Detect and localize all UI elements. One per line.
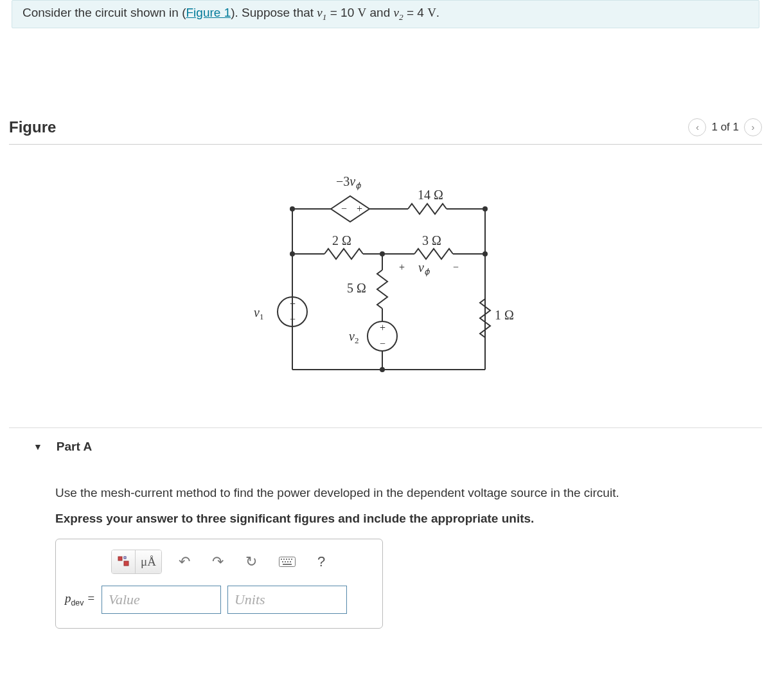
value-input[interactable]: Value — [102, 586, 221, 614]
svg-text:v1: v1 — [254, 305, 263, 321]
svg-rect-42 — [124, 561, 128, 566]
v2-sub: 2 — [399, 12, 403, 22]
prompt-text-post1: ). Suppose that — [231, 6, 317, 19]
value-placeholder: Value — [109, 591, 140, 608]
redo-button[interactable]: ↷ — [207, 550, 229, 573]
part-a-instruction-2: Express your answer to three significant… — [55, 512, 762, 526]
svg-text:−: − — [290, 314, 296, 325]
svg-text:+: + — [290, 298, 296, 309]
svg-rect-51 — [287, 561, 288, 562]
svg-rect-40 — [118, 557, 122, 561]
svg-text:vϕ: vϕ — [418, 260, 430, 276]
svg-text:+: + — [380, 322, 386, 333]
svg-rect-41 — [124, 557, 126, 559]
help-label: ? — [317, 553, 325, 570]
units-button-label: μÅ — [141, 555, 156, 569]
svg-rect-53 — [283, 564, 292, 565]
eq1: = 10 — [326, 6, 357, 19]
part-a-section: ▼ Part A Use the mesh-current method to … — [9, 427, 762, 629]
answer-var-label: pdev = — [65, 591, 95, 607]
svg-point-36 — [290, 251, 295, 256]
templates-icon — [117, 555, 130, 568]
reset-button[interactable]: ↻ — [240, 550, 262, 573]
v2-symbol: v — [394, 6, 399, 19]
figure-section: Figure ‹ 1 of 1 › .wire { stroke:#333; s… — [9, 118, 762, 389]
answer-var-sub: dev — [71, 598, 84, 607]
svg-rect-47 — [288, 559, 290, 560]
circuit-svg: .wire { stroke:#333; stroke-width:2; fil… — [235, 170, 536, 389]
svg-rect-44 — [281, 559, 282, 560]
svg-rect-50 — [285, 561, 286, 562]
undo-button[interactable]: ↶ — [173, 550, 195, 573]
svg-text:1 Ω: 1 Ω — [495, 308, 514, 322]
svg-marker-1 — [331, 196, 369, 222]
and-word: and — [366, 6, 393, 19]
templates-button[interactable] — [112, 550, 136, 573]
part-a-title: Part A — [57, 440, 92, 454]
prompt-text-pre: Consider the circuit shown in ( — [22, 6, 186, 19]
figure-pager: ‹ 1 of 1 › — [688, 118, 762, 136]
figure-header: Figure ‹ 1 of 1 › — [9, 118, 762, 145]
pager-count: 1 of 1 — [711, 121, 739, 134]
svg-text:2 Ω: 2 Ω — [332, 233, 351, 247]
r14-label: 14 Ω — [418, 188, 443, 202]
circuit-figure: .wire { stroke:#333; stroke-width:2; fil… — [9, 170, 762, 389]
svg-rect-48 — [291, 559, 292, 560]
keyboard-icon — [279, 557, 296, 567]
svg-point-39 — [380, 367, 385, 372]
svg-rect-49 — [282, 561, 283, 562]
part-a-header[interactable]: ▼ Part A — [33, 440, 762, 454]
keyboard-button[interactable] — [274, 550, 301, 573]
svg-rect-46 — [286, 559, 287, 560]
svg-rect-45 — [283, 559, 285, 560]
answer-toolbar: μÅ ↶ ↷ ↻ ? — [111, 550, 373, 574]
svg-text:5 Ω: 5 Ω — [347, 281, 366, 295]
svg-text:−: − — [380, 338, 386, 349]
units-placeholder: Units — [235, 591, 265, 608]
svg-point-37 — [380, 251, 385, 256]
answer-var-main: p — [65, 591, 71, 605]
pager-next-button[interactable]: › — [744, 118, 762, 136]
units-button[interactable]: μÅ — [136, 550, 161, 573]
svg-point-38 — [483, 251, 488, 256]
svg-text:−: − — [341, 203, 347, 214]
svg-point-34 — [290, 206, 295, 211]
answer-row: pdev = Value Units — [65, 586, 373, 614]
svg-text:3 Ω: 3 Ω — [422, 233, 441, 247]
figure-link[interactable]: Figure 1 — [186, 6, 231, 19]
help-button[interactable]: ? — [312, 550, 330, 573]
v1-symbol: v — [317, 6, 322, 19]
unit-v1: V — [358, 6, 367, 19]
problem-statement: Consider the circuit shown in (Figure 1)… — [12, 0, 759, 28]
answer-var-eq: = — [84, 591, 95, 605]
pager-prev-button[interactable]: ‹ — [688, 118, 706, 136]
svg-text:v2: v2 — [349, 329, 359, 345]
end-dot: . — [436, 6, 439, 19]
svg-text:−: − — [453, 262, 459, 273]
part-a-instruction: Use the mesh-current method to find the … — [55, 486, 762, 500]
svg-rect-52 — [290, 561, 291, 562]
svg-point-35 — [483, 206, 488, 211]
unit-v2: V — [427, 6, 436, 19]
svg-text:−3vϕ: −3vϕ — [336, 174, 362, 190]
eq2: = 4 — [403, 6, 428, 19]
answer-box: μÅ ↶ ↷ ↻ ? — [55, 539, 383, 629]
units-input[interactable]: Units — [227, 586, 347, 614]
figure-heading: Figure — [9, 118, 56, 136]
svg-text:+: + — [399, 262, 405, 273]
svg-text:+: + — [357, 203, 362, 214]
collapse-triangle-icon: ▼ — [33, 442, 42, 452]
